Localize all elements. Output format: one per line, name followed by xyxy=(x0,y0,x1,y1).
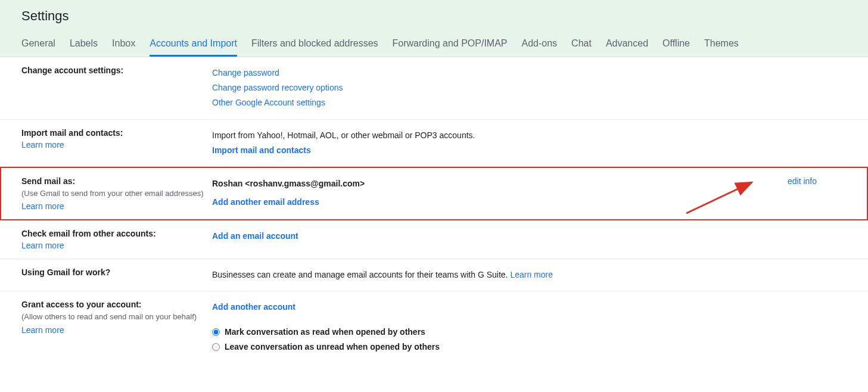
check-email-learn-more[interactable]: Learn more xyxy=(21,241,206,250)
change-password-link[interactable]: Change password xyxy=(212,66,854,80)
radio-mark-read[interactable] xyxy=(212,328,220,336)
import-mail-title: Import mail and contacts: xyxy=(21,128,206,138)
add-email-address-link[interactable]: Add another email address xyxy=(212,195,319,210)
send-mail-as-sub: (Use Gmail to send from your other email… xyxy=(21,188,206,199)
tab-offline[interactable]: Offline xyxy=(662,32,690,57)
row-gmail-work: Using Gmail for work? Businesses can cre… xyxy=(0,259,868,291)
tab-chat[interactable]: Chat xyxy=(571,32,592,57)
page-title: Settings xyxy=(0,0,868,32)
gmail-work-desc: Businesses can create and manage email a… xyxy=(212,270,510,279)
edit-info-link[interactable]: edit info xyxy=(788,176,817,186)
tab-themes[interactable]: Themes xyxy=(704,32,739,57)
tab-advanced[interactable]: Advanced xyxy=(606,32,648,57)
grant-access-title: Grant access to your account: xyxy=(21,300,206,309)
tab-labels[interactable]: Labels xyxy=(70,32,98,57)
change-account-title: Change account settings: xyxy=(21,66,206,75)
add-another-account-link[interactable]: Add another account xyxy=(212,300,854,315)
grant-access-learn-more[interactable]: Learn more xyxy=(21,325,206,335)
tab-addons[interactable]: Add-ons xyxy=(522,32,558,57)
row-send-mail-as: Send mail as: (Use Gmail to send from yo… xyxy=(0,167,868,220)
send-mail-as-title: Send mail as: xyxy=(21,176,206,186)
add-email-account-link[interactable]: Add an email account xyxy=(212,231,298,241)
row-check-email: Check email from other accounts: Learn m… xyxy=(0,220,868,259)
radio-leave-unread[interactable] xyxy=(212,343,220,351)
tabs-container: General Labels Inbox Accounts and Import… xyxy=(0,32,868,57)
gmail-work-title: Using Gmail for work? xyxy=(21,267,206,277)
tab-general[interactable]: General xyxy=(21,32,55,57)
settings-content: Change account settings: Change password… xyxy=(0,57,868,375)
row-change-account: Change account settings: Change password… xyxy=(0,57,868,120)
tab-forwarding[interactable]: Forwarding and POP/IMAP xyxy=(393,32,508,57)
radio-leave-unread-label: Leave conversation as unread when opened… xyxy=(225,340,440,354)
change-recovery-link[interactable]: Change password recovery options xyxy=(212,80,854,95)
send-mail-as-email: Roshan <roshanv.gmass@gmail.com> xyxy=(212,176,788,191)
tab-accounts-import[interactable]: Accounts and Import xyxy=(150,32,237,57)
tab-filters[interactable]: Filters and blocked addresses xyxy=(251,32,378,57)
import-mail-desc: Import from Yahoo!, Hotmail, AOL, or oth… xyxy=(212,128,854,143)
radio-mark-read-label: Mark conversation as read when opened by… xyxy=(225,325,425,340)
gmail-work-learn-more[interactable]: Learn more xyxy=(510,270,553,279)
send-mail-as-learn-more[interactable]: Learn more xyxy=(21,201,206,211)
check-email-title: Check email from other accounts: xyxy=(21,229,206,238)
import-mail-action[interactable]: Import mail and contacts xyxy=(212,143,854,158)
row-import-mail: Import mail and contacts: Learn more Imp… xyxy=(0,120,868,167)
import-mail-learn-more[interactable]: Learn more xyxy=(21,140,206,150)
other-settings-link[interactable]: Other Google Account settings xyxy=(212,95,854,110)
row-grant-access: Grant access to your account: (Allow oth… xyxy=(0,291,868,363)
grant-access-sub: (Allow others to read and send mail on y… xyxy=(21,312,206,322)
tab-inbox[interactable]: Inbox xyxy=(112,32,135,57)
